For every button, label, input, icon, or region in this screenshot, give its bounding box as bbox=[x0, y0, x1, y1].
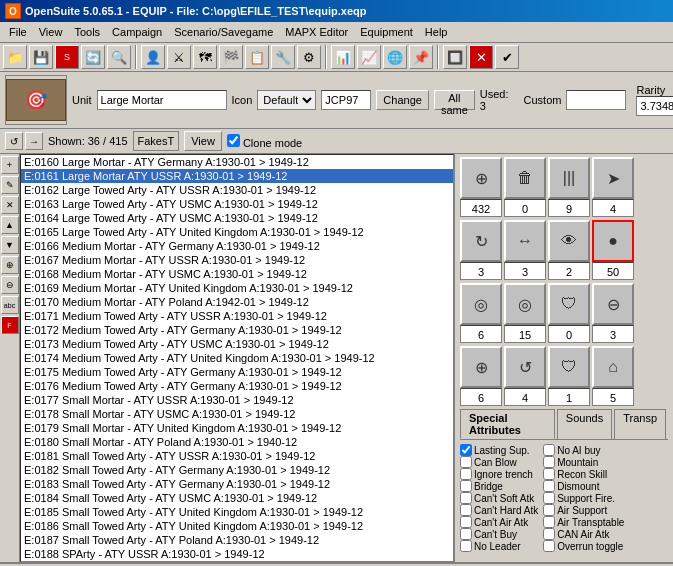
attr-checkbox[interactable] bbox=[543, 516, 555, 528]
attr-checkbox[interactable] bbox=[543, 504, 555, 516]
list-item[interactable]: E:0175 Medium Towed Arty - ATY Germany A… bbox=[21, 365, 453, 379]
tab-transp[interactable]: Transp bbox=[614, 409, 666, 439]
side-btn-down[interactable]: ▼ bbox=[1, 236, 19, 254]
value-cell[interactable]: 3 bbox=[592, 325, 634, 343]
toolbar-btn-16[interactable]: 📌 bbox=[409, 45, 433, 69]
value-cell[interactable]: 6 bbox=[460, 388, 502, 406]
toolbar-btn-15[interactable]: 🌐 bbox=[383, 45, 407, 69]
value-cell[interactable]: 0 bbox=[548, 325, 590, 343]
toolbar-btn-3[interactable]: S bbox=[55, 45, 79, 69]
side-btn-flag[interactable]: F bbox=[1, 316, 19, 334]
list-item[interactable]: E:0172 Medium Towed Arty - ATY Germany A… bbox=[21, 323, 453, 337]
rarity-input[interactable] bbox=[636, 96, 673, 116]
list-item[interactable]: E:0186 Small Towed Arty - ATY United Kin… bbox=[21, 519, 453, 533]
clone-mode-check[interactable]: Clone mode bbox=[227, 134, 302, 149]
toolbar-btn-1[interactable]: 📁 bbox=[3, 45, 27, 69]
list-item[interactable]: E:0184 Small Towed Arty - ATY USMC A:193… bbox=[21, 491, 453, 505]
icon-cell-armor[interactable]: 🛡 bbox=[548, 283, 590, 325]
list-item[interactable]: E:0188 SPArty - ATY USSR A:1930-01 > 194… bbox=[21, 547, 453, 561]
list-item[interactable]: E:0178 Small Mortar - ATY USMC A:1930-01… bbox=[21, 407, 453, 421]
icon-cell-move[interactable]: ➤ bbox=[592, 157, 634, 199]
toolbar-btn-14[interactable]: 📈 bbox=[357, 45, 381, 69]
toolbar-btn-13[interactable]: 📊 bbox=[331, 45, 355, 69]
value-cell[interactable]: 5 bbox=[592, 388, 634, 406]
list-item[interactable]: E:0162 Large Towed Arty - ATY USSR A:193… bbox=[21, 183, 453, 197]
icon-cell-soft-defense[interactable]: 🗑 bbox=[504, 157, 546, 199]
list-item[interactable]: E:0171 Medium Towed Arty - ATY USSR A:19… bbox=[21, 309, 453, 323]
side-btn-copy[interactable]: ⊕ bbox=[1, 256, 19, 274]
attr-checkbox[interactable] bbox=[460, 492, 472, 504]
custom-input[interactable] bbox=[566, 90, 626, 110]
attr-checkbox[interactable] bbox=[460, 540, 472, 552]
list-item[interactable]: E:0168 Medium Mortar - ATY USMC A:1930-0… bbox=[21, 267, 453, 281]
toolbar-btn-18[interactable]: ✕ bbox=[469, 45, 493, 69]
attr-checkbox[interactable] bbox=[543, 444, 555, 456]
value-cell[interactable]: 6 bbox=[460, 325, 502, 343]
side-btn-up[interactable]: ▲ bbox=[1, 216, 19, 234]
attr-checkbox[interactable] bbox=[460, 516, 472, 528]
list-item[interactable]: E:0163 Large Towed Arty - ATY USMC A:193… bbox=[21, 197, 453, 211]
list-item[interactable]: E:0160 Large Mortar - ATY Germany A:1930… bbox=[21, 155, 453, 169]
icon-cell-attack[interactable]: ⊕ bbox=[460, 157, 502, 199]
menu-tools[interactable]: Tools bbox=[68, 24, 106, 40]
icon-cell-range[interactable]: ↔ bbox=[504, 220, 546, 262]
attr-checkbox[interactable] bbox=[460, 480, 472, 492]
attr-checkbox[interactable] bbox=[543, 480, 555, 492]
value-cell[interactable]: 9 bbox=[548, 199, 590, 217]
toolbar-btn-10[interactable]: 📋 bbox=[245, 45, 269, 69]
value-cell[interactable]: 50 bbox=[592, 262, 634, 280]
list-item[interactable]: E:0187 Small Towed Arty - ATY Poland A:1… bbox=[21, 533, 453, 547]
jcp-input[interactable] bbox=[321, 90, 371, 110]
icon-cell-target1[interactable]: ◎ bbox=[460, 283, 502, 325]
side-btn-add[interactable]: + bbox=[1, 156, 19, 174]
attr-checkbox[interactable] bbox=[460, 444, 472, 456]
toolbar-btn-17[interactable]: 🔲 bbox=[443, 45, 467, 69]
list-item[interactable]: E:0166 Medium Mortar - ATY Germany A:193… bbox=[21, 239, 453, 253]
icon-cell-target2[interactable]: ◎ bbox=[504, 283, 546, 325]
value-cell[interactable]: 2 bbox=[548, 262, 590, 280]
value-cell[interactable]: 4 bbox=[592, 199, 634, 217]
list-item[interactable]: E:0177 Small Mortar - ATY USSR A:1930-01… bbox=[21, 393, 453, 407]
icon-cell-recon[interactable]: 👁 bbox=[548, 220, 590, 262]
value-cell[interactable]: 1 bbox=[548, 388, 590, 406]
attr-checkbox[interactable] bbox=[460, 504, 472, 516]
list-container[interactable]: E:0160 Large Mortar - ATY Germany A:1930… bbox=[20, 154, 454, 562]
view-button[interactable]: View bbox=[184, 131, 222, 151]
all-same-button[interactable]: All same bbox=[434, 90, 475, 110]
attr-checkbox[interactable] bbox=[543, 456, 555, 468]
list-item[interactable]: E:0176 Medium Towed Arty - ATY Germany A… bbox=[21, 379, 453, 393]
list-item[interactable]: E:0180 Small Mortar - ATY Poland A:1930-… bbox=[21, 435, 453, 449]
value-cell[interactable]: 15 bbox=[504, 325, 546, 343]
toolbar-btn-9[interactable]: 🏁 bbox=[219, 45, 243, 69]
toolbar-btn-7[interactable]: ⚔ bbox=[167, 45, 191, 69]
side-btn-delete[interactable]: ✕ bbox=[1, 196, 19, 214]
list-item[interactable]: E:0174 Medium Towed Arty - ATY United Ki… bbox=[21, 351, 453, 365]
attr-checkbox[interactable] bbox=[543, 528, 555, 540]
icon-cell-entrench[interactable]: ⌂ bbox=[592, 346, 634, 388]
menu-scenario[interactable]: Scenario/Savegame bbox=[168, 24, 279, 40]
toolbar-btn-5[interactable]: 🔍 bbox=[107, 45, 131, 69]
value-cell[interactable]: 3 bbox=[504, 262, 546, 280]
icon-cell-hard-defense[interactable]: ||| bbox=[548, 157, 590, 199]
list-item[interactable]: E:0185 Small Towed Arty - ATY United Kin… bbox=[21, 505, 453, 519]
list-item[interactable]: E:0170 Medium Mortar - ATY Poland A:1942… bbox=[21, 295, 453, 309]
attr-checkbox[interactable] bbox=[460, 528, 472, 540]
value-cell[interactable]: 432 bbox=[460, 199, 502, 217]
toolbar-btn-2[interactable]: 💾 bbox=[29, 45, 53, 69]
refresh-btn-1[interactable]: ↺ bbox=[5, 132, 23, 150]
toolbar-btn-6[interactable]: 👤 bbox=[141, 45, 165, 69]
list-item[interactable]: E:0164 Large Towed Arty - ATY USMC A:193… bbox=[21, 211, 453, 225]
list-item[interactable]: E:0181 Small Towed Arty - ATY USSR A:193… bbox=[21, 449, 453, 463]
icon-cell-target3[interactable]: ⊖ bbox=[592, 283, 634, 325]
menu-equipment[interactable]: Equipment bbox=[354, 24, 419, 40]
icon-cell-supply[interactable]: ⊕ bbox=[460, 346, 502, 388]
value-cell[interactable]: 4 bbox=[504, 388, 546, 406]
list-item[interactable]: E:0165 Large Towed Arty - ATY United Kin… bbox=[21, 225, 453, 239]
refresh-btn-2[interactable]: → bbox=[25, 132, 43, 150]
menu-campaign[interactable]: Campaign bbox=[106, 24, 168, 40]
icon-cell-initiative[interactable]: ↻ bbox=[460, 220, 502, 262]
list-item[interactable]: E:0182 Small Towed Arty - ATY Germany A:… bbox=[21, 463, 453, 477]
list-item[interactable]: E:0183 Small Towed Arty - ATY Germany A:… bbox=[21, 477, 453, 491]
attr-checkbox[interactable] bbox=[460, 468, 472, 480]
menu-help[interactable]: Help bbox=[419, 24, 454, 40]
